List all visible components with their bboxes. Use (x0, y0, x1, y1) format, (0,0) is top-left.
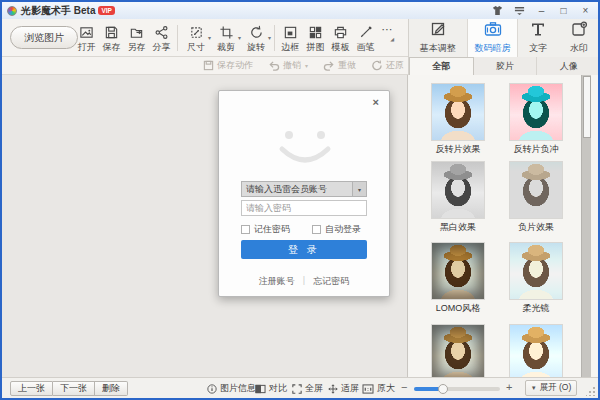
auto-login-checkbox[interactable]: 自动登录 (312, 223, 361, 236)
subtab-portrait[interactable]: 人像 (537, 57, 600, 75)
tab-digital-darkroom[interactable]: 数码暗房 (467, 19, 519, 57)
crop-button[interactable]: 裁剪 ▾ (211, 22, 241, 54)
open-icon (79, 24, 94, 40)
effect-item[interactable]: 柔光镜 (510, 243, 562, 315)
fullscreen-button[interactable]: 全屏 (292, 382, 323, 395)
adjust-icon (430, 21, 446, 41)
previous-button[interactable]: 上一张 (10, 381, 53, 396)
combo-dropdown-icon[interactable]: ▾ (352, 182, 366, 196)
open-button[interactable]: 打开 (74, 22, 99, 54)
collage-icon (308, 24, 323, 40)
compare-button[interactable]: 对比 (255, 382, 287, 395)
effect-thumbnail (510, 325, 562, 377)
undo-icon (268, 60, 280, 71)
effect-item[interactable]: LOMO风格 (432, 243, 484, 315)
more-tools-button[interactable]: ⋯ ◢ (378, 22, 396, 36)
title-bar: 光影魔术手 Beta VIP – □ × (2, 2, 598, 19)
window-controls: – □ × (491, 4, 592, 17)
brush-button[interactable]: 画笔 (353, 22, 378, 54)
save-button[interactable]: 保存 (99, 22, 124, 54)
effect-item[interactable] (510, 325, 562, 377)
app-logo-icon (7, 6, 17, 16)
dialog-close-icon[interactable]: × (373, 96, 379, 108)
chevron-down-icon[interactable]: ▾ (268, 34, 271, 41)
share-button[interactable]: 分享 (149, 22, 174, 54)
border-icon (283, 24, 298, 40)
info-icon (207, 384, 217, 394)
app-window: 光影魔术手 Beta VIP – □ × 浏览图片 打开 (0, 0, 600, 400)
share-icon (154, 24, 169, 40)
brush-icon (358, 24, 373, 40)
crop-icon (219, 24, 234, 40)
effect-item[interactable]: 反转片负冲 (510, 84, 562, 156)
skin-icon[interactable] (491, 4, 504, 17)
save-as-icon (129, 24, 144, 40)
account-input[interactable]: 请输入迅雷会员账号 ▾ (241, 181, 367, 197)
link-separator: | (303, 275, 305, 288)
forgot-password-link[interactable]: 忘记密码 (313, 275, 349, 288)
template-button[interactable]: 模板 (328, 22, 353, 54)
register-link[interactable]: 注册账号 (259, 275, 295, 288)
next-button[interactable]: 下一张 (53, 381, 95, 396)
redo-icon (323, 60, 335, 71)
save-action-button[interactable]: 保存动作 (203, 59, 253, 72)
delete-button[interactable]: 删除 (95, 381, 128, 396)
minimize-button[interactable]: – (535, 4, 548, 17)
tab-watermark[interactable]: 水印 (558, 19, 600, 57)
close-button[interactable]: × (579, 4, 592, 17)
toolbar-separator (177, 25, 178, 51)
image-canvas: × 请输入迅雷会员账号 ▾ 记住密码 自动登录 (2, 75, 408, 377)
zoom-slider[interactable] (414, 387, 500, 391)
original-size-button[interactable]: 原大 (362, 382, 395, 395)
effect-item[interactable]: 黑白效果 (432, 162, 484, 234)
redo-button[interactable]: 重做 (323, 59, 356, 72)
scrollbar-thumb[interactable] (583, 76, 591, 138)
rotate-button[interactable]: 旋转 ▾ (241, 22, 271, 54)
border-button[interactable]: 边框 (278, 22, 303, 54)
undo-button[interactable]: 撤销 ▾ (268, 59, 308, 72)
effect-thumbnail (510, 243, 562, 299)
browse-images-button[interactable]: 浏览图片 (10, 26, 78, 49)
fit-screen-icon (328, 384, 338, 394)
login-button[interactable]: 登 录 (241, 240, 367, 259)
camera-icon (484, 21, 502, 41)
panel-tabs: 基本调整 数码暗房 文字 水印 (408, 19, 600, 57)
resize-grip[interactable] (586, 387, 595, 396)
text-icon (530, 21, 546, 41)
actions-row: 保存动作 撤销 ▾ 重做 还原 (2, 57, 408, 75)
resize-button[interactable]: 尺寸 ▾ (181, 22, 211, 54)
restore-button[interactable]: 还原 (371, 59, 404, 72)
expand-button[interactable]: ▼ 展开 (O) (525, 380, 577, 396)
login-options: 记住密码 自动登录 (241, 223, 367, 236)
zoom-out-icon[interactable]: − (401, 381, 407, 393)
effect-thumbnail (510, 84, 562, 140)
compare-icon (255, 384, 266, 394)
subtab-all[interactable]: 全部 (409, 57, 474, 75)
panel-scrollbar[interactable] (581, 75, 591, 377)
corner-expand-icon: ◢ (390, 36, 394, 42)
collage-button[interactable]: 拼图 (303, 22, 328, 54)
subtab-film[interactable]: 胶片 (474, 57, 538, 75)
remember-password-checkbox[interactable]: 记住密码 (241, 223, 290, 236)
watermark-icon (571, 21, 587, 41)
dialog-links: 注册账号 | 忘记密码 (219, 275, 389, 288)
slider-knob[interactable] (438, 384, 448, 394)
zoom-in-icon[interactable]: + (506, 381, 512, 393)
effect-item[interactable]: 反转片效果 (432, 84, 484, 156)
effect-thumbnail (510, 162, 562, 218)
effect-item[interactable] (432, 325, 484, 377)
tab-text[interactable]: 文字 (518, 19, 558, 57)
image-info-button[interactable]: 图片信息 (207, 382, 256, 395)
chevron-down-icon: ▾ (305, 62, 308, 69)
maximize-button[interactable]: □ (557, 4, 570, 17)
effect-item[interactable]: 负片效果 (510, 162, 562, 234)
save-as-button[interactable]: 另存 (124, 22, 149, 54)
main-menu-icon[interactable] (513, 4, 526, 17)
save-icon (104, 24, 119, 40)
fit-screen-button[interactable]: 适屏 (328, 382, 359, 395)
resize-icon (189, 24, 204, 40)
effect-category-tabs: 全部 胶片 人像 (408, 57, 600, 75)
tab-basic-adjust[interactable]: 基本调整 (409, 19, 467, 57)
smiley-face-icon (270, 119, 340, 175)
password-input[interactable] (241, 200, 367, 216)
